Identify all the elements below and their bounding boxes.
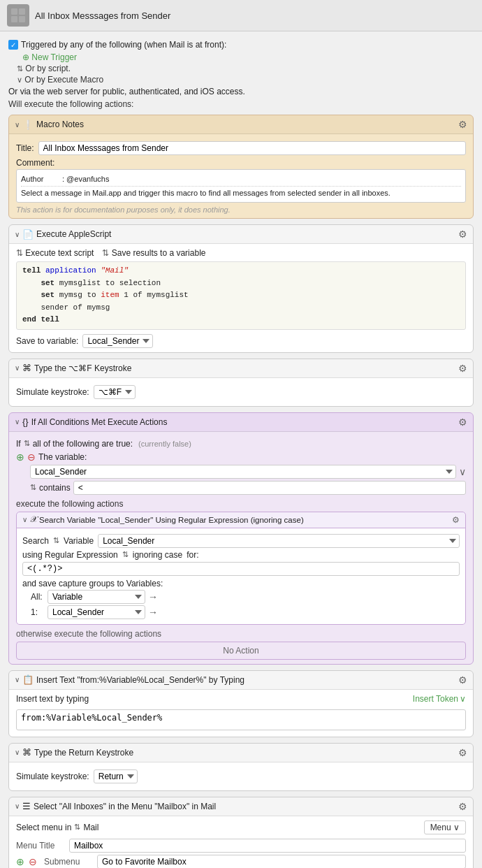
if-title: If All Conditions Met Execute Actions [31, 417, 168, 427]
if-icon: {} [22, 417, 29, 427]
if-header: ∨ {} If All Conditions Met Execute Actio… [9, 413, 473, 432]
desc-text: Select a message in Mail.app and trigger… [21, 187, 390, 199]
keystroke1-chevron[interactable]: ∨ [15, 364, 20, 372]
the-variable-label: The variable: [38, 452, 87, 462]
insert-text-body: Insert text by typing Insert Token ∨ [9, 690, 473, 737]
search-var-select[interactable]: Local_Sender [98, 534, 460, 548]
save-var-select[interactable]: Local_Sender [82, 334, 153, 348]
submenu-add-icon[interactable]: ⊕ [16, 856, 24, 867]
insert-typing-label: Insert text by typing [16, 694, 89, 704]
code-line-set1: set mymsglist to selection [22, 277, 460, 290]
keystroke1-header: ∨ ⌘ Type the ⌥⌘F Keystroke ⚙ [9, 359, 473, 378]
applescript-code[interactable]: tell application "Mail" set mymsglist to… [16, 261, 466, 330]
menu-btn-chevron-icon: ∨ [453, 823, 460, 832]
all-following-label: all of the following are true: [33, 439, 133, 449]
search-var-gear-icon[interactable]: ⚙ [452, 515, 460, 525]
variable-label-inner: Variable [64, 536, 94, 546]
insert-token-btn[interactable]: Insert Token ∨ [413, 694, 466, 704]
select-menu-title: Select "All Inboxes" in the Menu "Mailbo… [34, 802, 216, 811]
exclamation-icon: ❕ [22, 120, 34, 130]
currently-false-badge: (currently false) [138, 440, 191, 448]
otherwise-label: otherwise execute the following actions [16, 629, 466, 639]
applescript-chevron[interactable]: ∨ [15, 231, 20, 238]
all-capture-arrow-btn[interactable]: → [148, 591, 158, 602]
var-select[interactable]: Local_Sender [30, 465, 456, 479]
keystroke1-select[interactable]: ⌥⌘F [94, 385, 136, 399]
insert-text-chevron[interactable]: ∨ [15, 676, 20, 683]
submenu-input[interactable] [97, 855, 466, 868]
if-header-left: ∨ {} If All Conditions Met Execute Actio… [15, 417, 167, 427]
var-chevron-icon: ∨ [459, 466, 466, 477]
menu-title-input[interactable] [69, 839, 466, 853]
search-row: Search ⇅ Variable Local_Sender [22, 534, 460, 548]
svg-rect-2 [11, 16, 17, 22]
will-execute-label: Will execute the following actions: [8, 99, 474, 109]
insert-text-gear-icon[interactable]: ⚙ [458, 674, 467, 686]
macro-notes-block: ∨ ❕ Macro Notes ⚙ Title: Comment: Author… [8, 115, 474, 219]
one-capture-select[interactable]: Local_Sender [48, 605, 145, 619]
remove-condition-icon[interactable]: ⊖ [27, 451, 36, 463]
applescript-gear-icon[interactable]: ⚙ [458, 229, 467, 240]
keystroke2-header-left: ∨ ⌘ Type the Return Keystroke [15, 747, 133, 758]
new-trigger-link[interactable]: New Trigger [22, 52, 77, 62]
ignoring-case-label: ignoring case [133, 550, 182, 560]
add-condition-icon[interactable]: ⊕ [16, 451, 24, 463]
insert-text-textarea[interactable] [16, 709, 466, 730]
macro-notes-gear-icon[interactable]: ⚙ [458, 119, 467, 130]
if-label: If [16, 439, 21, 449]
keystroke2-chevron[interactable]: ∨ [15, 748, 20, 756]
insert-text-icon: 📋 [22, 674, 34, 685]
title-input[interactable] [38, 141, 466, 155]
macro-notes-body: Title: Comment: Author : @evanfuchs Sele… [9, 134, 473, 218]
search-var-chevron[interactable]: ∨ [22, 516, 27, 523]
exec-text-script: ⇅ Execute text script [16, 248, 94, 258]
submenu-key: Submenu [44, 857, 93, 867]
one-capture-arrow-btn[interactable]: → [148, 607, 158, 618]
keystroke1-header-left: ∨ ⌘ Type the ⌥⌘F Keystroke [15, 363, 131, 373]
trigger-checkbox[interactable]: ✓ [8, 40, 18, 50]
search-variable-block: ∨ 𝒳 Search Variable "Local_Sender" Using… [16, 512, 466, 625]
contains-label: contains [39, 483, 71, 493]
all-capture-label: All: [31, 592, 45, 602]
search-icon: 𝒳 [30, 515, 36, 524]
select-menu-icon: ☰ [22, 801, 31, 811]
select-menu-header-left: ∨ ☰ Select "All Inboxes" in the Menu "Ma… [15, 801, 216, 811]
code-line-end: end tell [22, 314, 460, 326]
contains-row: ⇅ contains [30, 481, 466, 495]
select-menu-gear-icon[interactable]: ⚙ [458, 801, 467, 812]
menu-title-key: Menu Title [16, 841, 65, 851]
keystroke2-select[interactable]: Return [94, 769, 138, 783]
submenu-remove-icon[interactable]: ⊖ [29, 856, 37, 867]
all-capture-select[interactable]: Variable [48, 590, 145, 604]
if-chevron[interactable]: ∨ [15, 418, 20, 426]
token-chevron-icon: ∨ [460, 694, 466, 704]
if-gear-icon[interactable]: ⚙ [458, 417, 467, 428]
insert-text-header-left: ∨ 📋 Insert Text "from:%Variable%Local_Se… [15, 674, 244, 685]
contains-input[interactable] [73, 481, 466, 495]
no-action-btn[interactable]: No Action [16, 642, 466, 660]
keystroke1-simulate-row: Simulate keystroke: ⌥⌘F [16, 385, 466, 399]
regex-input[interactable] [22, 562, 460, 576]
select-menu-in-label: Select menu in [16, 823, 71, 832]
save-results-option: ⇅ Save results to a variable [102, 248, 205, 258]
insert-text-title: Insert Text "from:%Variable%Local_Sender… [36, 675, 244, 685]
header-title: All Inbox Messsages from Sender [35, 10, 170, 21]
keystroke1-block: ∨ ⌘ Type the ⌥⌘F Keystroke ⚙ Simulate ke… [8, 359, 474, 407]
title-label: Title: [16, 143, 34, 153]
if-body: If ⇅ all of the following are true: (cur… [9, 432, 473, 664]
macro-notes-header: ∨ ❕ Macro Notes ⚙ [9, 115, 473, 134]
case-arrows-icon: ⇅ [122, 550, 129, 559]
menu-btn[interactable]: Menu ∨ [424, 820, 466, 834]
keystroke2-block: ∨ ⌘ Type the Return Keystroke ⚙ Simulate… [8, 743, 474, 791]
keystroke1-gear-icon[interactable]: ⚙ [458, 363, 467, 374]
macro-notes-title: Macro Notes [36, 120, 84, 129]
var-select-row: Local_Sender ∨ [30, 465, 466, 479]
keystroke2-gear-icon[interactable]: ⚙ [458, 747, 467, 758]
all-capture-row: All: Variable → [31, 590, 460, 604]
macro-notes-chevron[interactable]: ∨ [15, 121, 20, 129]
regex-options-row: using Regular Expression ⇅ ignoring case… [22, 550, 460, 560]
using-regex-label: using Regular Expression [22, 550, 118, 560]
applescript-header-left: ∨ 📄 Execute AppleScript [15, 229, 111, 240]
submenu-row: ⊕ ⊖ Submenu [16, 855, 466, 868]
select-menu-chevron[interactable]: ∨ [15, 802, 20, 810]
